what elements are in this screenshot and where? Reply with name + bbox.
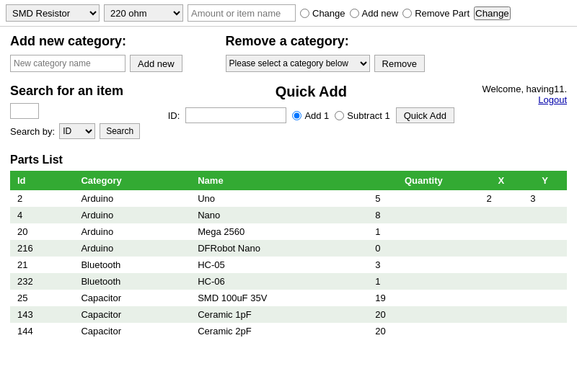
table-cell-name: SMD 100uF 35V [190, 290, 368, 306]
remove-category-section: Remove a category: Please select a categ… [226, 34, 425, 72]
add-category-row: Add new [10, 55, 182, 72]
table-cell-x [479, 323, 523, 339]
welcome-section: Welcome, having11. Logout [482, 84, 567, 105]
logout-link[interactable]: Logout [482, 94, 567, 105]
table-cell-x: 2 [479, 190, 523, 207]
table-cell-x [479, 257, 523, 273]
table-cell-x [479, 223, 523, 240]
table-cell-y [523, 273, 567, 290]
main-content: Add new category: Add new Remove a categ… [0, 27, 577, 347]
radio-remove-part[interactable] [402, 9, 412, 18]
col-header-category: Category [74, 171, 190, 190]
search-input[interactable] [10, 103, 39, 119]
table-cell-name: DFRobot Nano [190, 240, 368, 257]
category-section: Add new category: Add new Remove a categ… [10, 34, 567, 72]
col-header-quantity: Quantity [368, 171, 479, 190]
radio-add-new[interactable] [350, 9, 359, 18]
quick-add-radio-add1[interactable] [292, 111, 301, 120]
table-cell-quantity: 20 [368, 306, 479, 323]
parts-list-section: Parts List Id Category Name Quantity X Y… [10, 153, 567, 339]
table-cell-id: 2 [10, 190, 74, 207]
table-cell-name: HC-06 [190, 273, 368, 290]
table-cell-y [523, 290, 567, 306]
table-row: 2ArduinoUno523 [10, 190, 567, 207]
radio-group-change: Change [300, 8, 345, 19]
table-cell-category: Capacitor [74, 323, 190, 339]
table-cell-id: 20 [10, 223, 74, 240]
table-cell-category: Capacitor [74, 290, 190, 306]
table-cell-y: 3 [523, 190, 567, 207]
search-by-select[interactable]: ID Name Category [59, 123, 95, 139]
table-cell-y [523, 240, 567, 257]
table-cell-category: Bluetooth [74, 273, 190, 290]
table-row: 4ArduinoNano8 [10, 207, 567, 223]
top-bar: SMD Resistor Arduino Bluetooth Capacitor… [0, 0, 577, 27]
amount-input[interactable] [188, 4, 296, 22]
col-header-id: Id [10, 171, 74, 190]
parts-table: Id Category Name Quantity X Y 2ArduinoUn… [10, 171, 567, 339]
remove-category-heading: Remove a category: [226, 34, 425, 49]
quick-add-radio-subtract: Subtract 1 [335, 110, 389, 121]
search-button[interactable]: Search [100, 123, 140, 139]
table-cell-quantity: 19 [368, 290, 479, 306]
table-row: 25CapacitorSMD 100uF 35V19 [10, 290, 567, 306]
quick-add-id-label: ID: [168, 110, 180, 121]
table-cell-id: 25 [10, 290, 74, 306]
radio-change[interactable] [300, 9, 309, 18]
table-cell-name: HC-05 [190, 257, 368, 273]
remove-category-button[interactable]: Remove [374, 55, 425, 72]
table-row: 144CapacitorCeramic 2pF20 [10, 323, 567, 339]
table-cell-category: Bluetooth [74, 257, 190, 273]
quick-add-heading: Quick Add [140, 84, 482, 100]
table-cell-category: Capacitor [74, 306, 190, 323]
add-category-section: Add new category: Add new [10, 34, 182, 72]
table-cell-y [523, 257, 567, 273]
search-by-row: Search by: ID Name Category Search [10, 123, 140, 139]
new-category-input[interactable] [10, 55, 125, 72]
quick-add-button[interactable]: Quick Add [396, 107, 454, 123]
table-cell-id: 21 [10, 257, 74, 273]
quick-add-radio-add: Add 1 [292, 110, 329, 121]
change-button[interactable]: Change [474, 6, 511, 20]
table-row: 21BluetoothHC-053 [10, 257, 567, 273]
search-box [10, 103, 140, 119]
table-cell-category: Arduino [74, 207, 190, 223]
quick-add-row: ID: Add 1 Subtract 1 Quick Add [140, 107, 482, 123]
table-cell-id: 4 [10, 207, 74, 223]
parts-list-heading: Parts List [10, 153, 567, 166]
table-cell-category: Arduino [74, 190, 190, 207]
table-cell-y [523, 223, 567, 240]
col-header-y: Y [523, 171, 567, 190]
table-cell-name: Ceramic 1pF [190, 306, 368, 323]
quick-add-add-label: Add 1 [304, 110, 329, 121]
table-cell-x [479, 240, 523, 257]
quick-add-radio-subtract1[interactable] [335, 111, 344, 120]
table-cell-quantity: 20 [368, 323, 479, 339]
quick-add-id-input[interactable] [185, 107, 286, 123]
table-cell-id: 144 [10, 323, 74, 339]
search-welcome-area: Search for an item Search by: ID Name Ca… [10, 84, 567, 139]
remove-category-select[interactable]: Please select a category below Arduino B… [226, 55, 370, 72]
table-cell-y [523, 306, 567, 323]
col-header-name: Name [190, 171, 368, 190]
value-select[interactable]: 220 ohm 330 ohm 1k ohm [104, 4, 183, 22]
category-select[interactable]: SMD Resistor Arduino Bluetooth Capacitor [6, 4, 100, 22]
table-cell-x [479, 306, 523, 323]
search-heading: Search for an item [10, 84, 140, 99]
radio-add-new-label: Add new [362, 8, 399, 19]
table-cell-x [479, 207, 523, 223]
table-cell-x [479, 273, 523, 290]
table-row: 143CapacitorCeramic 1pF20 [10, 306, 567, 323]
welcome-text: Welcome, having11. [482, 84, 567, 94]
table-cell-quantity: 1 [368, 273, 479, 290]
table-cell-x [479, 290, 523, 306]
table-cell-quantity: 0 [368, 240, 479, 257]
table-cell-quantity: 3 [368, 257, 479, 273]
radio-group-remove-part: Remove Part [402, 8, 470, 19]
add-new-category-button[interactable]: Add new [130, 55, 182, 72]
radio-change-label: Change [312, 8, 345, 19]
table-cell-y [523, 207, 567, 223]
table-cell-name: Uno [190, 190, 368, 207]
search-section: Search for an item Search by: ID Name Ca… [10, 84, 140, 139]
table-header-row: Id Category Name Quantity X Y [10, 171, 567, 190]
